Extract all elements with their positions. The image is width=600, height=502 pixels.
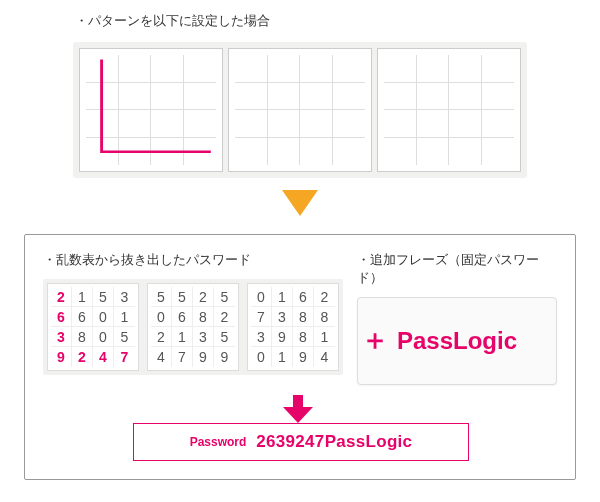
svg-marker-2 xyxy=(283,407,313,423)
random-cell: 8 xyxy=(314,307,335,327)
random-cell: 7 xyxy=(114,347,135,367)
pattern-section-label: ・パターンを以下に設定した場合 xyxy=(75,12,527,30)
random-cell: 9 xyxy=(293,347,314,367)
random-cell: 5 xyxy=(214,287,235,307)
random-tables: 2153660138059247 5525068221354799 016273… xyxy=(43,279,343,375)
random-cell: 7 xyxy=(251,307,272,327)
random-cell: 2 xyxy=(314,287,335,307)
random-cell: 8 xyxy=(72,327,93,347)
random-cell: 6 xyxy=(72,307,93,327)
phrase-label: ・追加フレーズ（固定パスワード） xyxy=(357,251,557,287)
random-cell: 1 xyxy=(272,347,293,367)
svg-marker-0 xyxy=(282,190,318,216)
random-grid-3: 0162738839810194 xyxy=(247,283,339,371)
random-cell: 0 xyxy=(93,327,114,347)
random-cell: 3 xyxy=(193,327,214,347)
random-cell: 9 xyxy=(214,347,235,367)
password-result-value: 2639247PassLogic xyxy=(256,432,412,452)
random-grid-2: 5525068221354799 xyxy=(147,283,239,371)
random-cell: 3 xyxy=(114,287,135,307)
random-cell: 4 xyxy=(93,347,114,367)
random-cell: 8 xyxy=(293,327,314,347)
random-cell: 5 xyxy=(172,287,193,307)
random-cell: 2 xyxy=(72,347,93,367)
random-cell: 6 xyxy=(172,307,193,327)
random-table-label: ・乱数表から抜き出したパスワード xyxy=(43,251,343,269)
random-cell: 0 xyxy=(93,307,114,327)
pattern-section: ・パターンを以下に設定した場合 xyxy=(73,12,527,178)
random-cell: 9 xyxy=(193,347,214,367)
random-cell: 1 xyxy=(72,287,93,307)
random-cell: 2 xyxy=(193,287,214,307)
random-cell: 1 xyxy=(272,287,293,307)
down-arrow-icon xyxy=(282,190,318,220)
random-cell: 2 xyxy=(214,307,235,327)
random-grid-1: 2153660138059247 xyxy=(47,283,139,371)
random-cell: 5 xyxy=(93,287,114,307)
plus-icon: ＋ xyxy=(361,321,389,359)
random-cell: 7 xyxy=(172,347,193,367)
pattern-grid-3 xyxy=(377,48,521,172)
random-cell: 6 xyxy=(51,307,72,327)
random-cell: 3 xyxy=(272,307,293,327)
random-cell: 0 xyxy=(251,347,272,367)
random-cell: 4 xyxy=(314,347,335,367)
random-cell: 0 xyxy=(151,307,172,327)
random-cell: 0 xyxy=(251,287,272,307)
combine-arrow-icon xyxy=(283,395,313,425)
random-cell: 8 xyxy=(293,307,314,327)
pattern-grid-1 xyxy=(79,48,223,172)
svg-rect-1 xyxy=(293,395,303,409)
random-cell: 2 xyxy=(51,287,72,307)
random-cell: 3 xyxy=(251,327,272,347)
random-cell: 9 xyxy=(51,347,72,367)
pattern-grids xyxy=(73,42,527,178)
random-cell: 5 xyxy=(114,327,135,347)
random-cell: 8 xyxy=(193,307,214,327)
random-cell: 3 xyxy=(51,327,72,347)
random-cell: 5 xyxy=(151,287,172,307)
random-cell: 6 xyxy=(293,287,314,307)
pattern-grid-2 xyxy=(228,48,372,172)
result-section: ・乱数表から抜き出したパスワード 2153660138059247 552506… xyxy=(24,234,576,480)
random-cell: 4 xyxy=(151,347,172,367)
random-cell: 1 xyxy=(114,307,135,327)
random-cell: 5 xyxy=(214,327,235,347)
random-cell: 1 xyxy=(172,327,193,347)
password-result-box: Password 2639247PassLogic xyxy=(133,423,469,461)
password-result-label: Password xyxy=(190,435,247,449)
random-cell: 2 xyxy=(151,327,172,347)
random-cell: 9 xyxy=(272,327,293,347)
random-cell: 1 xyxy=(314,327,335,347)
